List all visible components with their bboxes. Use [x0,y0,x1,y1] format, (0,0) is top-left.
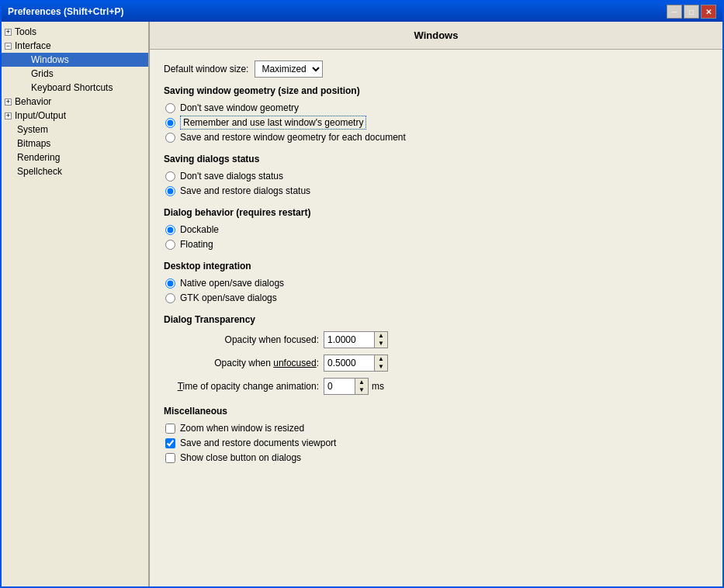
sidebar-item-windows[interactable]: Windows [2,53,148,67]
floating-label: Floating [180,239,213,250]
native-dialogs-label: Native open/save dialogs [180,278,284,289]
panel-title: Windows [150,22,722,50]
opacity-unfocused-label: Opacity when unfocused: [164,358,319,368]
sidebar-item-input-output-label: Input/Output [15,110,66,121]
interface-expand-icon[interactable]: − [5,43,12,50]
save-restore-dialogs-radio[interactable] [165,186,175,196]
remember-geo-radio[interactable] [165,118,175,128]
sidebar-item-bitmaps-label: Bitmaps [17,138,50,149]
default-window-size-dropdown[interactable]: Maximized Normal Custom [255,61,323,78]
saving-dialogs-title: Saving dialogs status [164,154,708,164]
tools-expand-icon[interactable]: + [5,29,12,36]
save-restore-geo-radio[interactable] [165,133,175,143]
zoom-resize-checkbox[interactable] [165,424,175,434]
animation-time-suffix: ms [372,381,384,392]
saving-geometry-section: Saving window geometry (size and positio… [164,85,708,143]
sidebar-item-spellcheck[interactable]: Spellcheck [2,164,148,178]
sidebar-item-system-label: System [17,124,48,135]
animation-time-up[interactable]: ▲ [355,379,368,386]
opacity-focused-up[interactable]: ▲ [375,332,387,340]
opacity-unfocused-arrows: ▲ ▼ [374,355,388,372]
floating-radio[interactable] [165,240,175,250]
opacity-unfocused-field[interactable] [324,355,374,372]
gtk-dialogs-row: GTK open/save dialogs [164,292,708,303]
sidebar-item-behavior[interactable]: + Behavior [2,95,148,109]
opacity-unfocused-group: Opacity when unfocused: ▲ ▼ [164,355,708,372]
no-save-dialogs-label: Don't save dialogs status [180,171,283,182]
settings-panel: Windows Default window size: Maximized N… [149,22,722,586]
animation-time-field[interactable] [324,378,355,395]
dockable-radio[interactable] [165,225,175,235]
sidebar-item-input-output[interactable]: + Input/Output [2,109,148,123]
sidebar-item-bitmaps[interactable]: Bitmaps [2,137,148,150]
zoom-resize-label: Zoom when window is resized [180,423,304,434]
no-save-geo-row: Don't save window geometry [164,102,708,113]
dialog-behavior-title: Dialog behavior (requires restart) [164,207,708,218]
window-title: Preferences (Shift+Ctrl+P) [8,6,123,17]
panel-body: Default window size: Maximized Normal Cu… [150,50,722,586]
sidebar-item-rendering[interactable]: Rendering [2,150,148,164]
save-restore-geo-label: Save and restore window geometry for eac… [180,132,406,143]
sidebar-item-keyboard-shortcuts[interactable]: Keyboard Shortcuts [2,81,148,95]
native-dialogs-row: Native open/save dialogs [164,278,708,289]
save-restore-viewport-checkbox[interactable] [165,438,175,448]
opacity-unfocused-down[interactable]: ▼ [375,363,387,371]
titlebar: Preferences (Shift+Ctrl+P) ─ □ ✕ [2,2,722,22]
animation-time-down[interactable]: ▼ [355,386,368,394]
save-restore-dialogs-row: Save and restore dialogs status [164,185,708,196]
native-dialogs-radio[interactable] [165,278,175,289]
animation-time-input: ▲ ▼ [324,378,369,395]
input-output-expand-icon[interactable]: + [5,112,12,119]
close-button[interactable]: ✕ [701,5,716,19]
dialog-transparency-title: Dialog Transparency [164,314,708,325]
behavior-expand-icon[interactable]: + [5,99,12,105]
dockable-row: Dockable [164,224,708,235]
dialog-behavior-section: Dialog behavior (requires restart) Docka… [164,207,708,250]
remember-geo-label: Remember and use last window's geometry [180,117,366,128]
save-restore-geo-row: Save and restore window geometry for eac… [164,132,708,143]
sidebar-item-windows-label: Windows [31,54,69,65]
save-restore-dialogs-label: Save and restore dialogs status [180,185,310,196]
saving-geometry-title: Saving window geometry (size and positio… [164,85,708,96]
no-save-geo-radio[interactable] [165,103,175,113]
opacity-focused-group: Opacity when focused: ▲ ▼ [164,331,708,348]
main-content-area: + Tools − Interface Windows Grids Keyboa… [2,22,722,586]
gtk-dialogs-label: GTK open/save dialogs [180,292,277,303]
no-save-geo-label: Don't save window geometry [180,102,299,113]
minimize-button[interactable]: ─ [667,5,682,19]
close-btn-dialogs-label: Show close button on dialogs [180,452,301,463]
sidebar: + Tools − Interface Windows Grids Keyboa… [2,22,149,586]
default-window-size-label: Default window size: [164,64,248,74]
opacity-unfocused-up[interactable]: ▲ [375,355,387,363]
maximize-button[interactable]: □ [684,5,699,19]
animation-time-group: Time of opacity change animation: ▲ ▼ ms [164,378,708,395]
dialog-transparency-section: Dialog Transparency Opacity when focused… [164,314,708,395]
titlebar-controls: ─ □ ✕ [667,5,716,19]
gtk-dialogs-radio[interactable] [165,293,175,303]
saving-dialogs-section: Saving dialogs status Don't save dialogs… [164,154,708,196]
close-btn-dialogs-checkbox[interactable] [165,453,175,463]
opacity-focused-field[interactable] [324,331,374,348]
floating-row: Floating [164,239,708,250]
no-save-dialogs-row: Don't save dialogs status [164,171,708,182]
miscellaneous-section: Miscellaneous Zoom when window is resize… [164,406,708,463]
sidebar-item-system[interactable]: System [2,123,148,137]
opacity-focused-down[interactable]: ▼ [375,340,387,348]
opacity-unfocused-underline: unfocused [273,358,316,368]
zoom-resize-row: Zoom when window is resized [164,423,708,434]
no-save-dialogs-radio[interactable] [165,171,175,182]
remember-geo-text: Remember and use last window's geometry [180,116,366,130]
sidebar-item-tools-label: Tools [15,26,36,37]
sidebar-item-grids[interactable]: Grids [2,67,148,81]
animation-time-underline: T [178,381,183,392]
sidebar-item-tools[interactable]: + Tools [2,25,148,39]
remember-geo-row: Remember and use last window's geometry [164,117,708,128]
desktop-integration-section: Desktop integration Native open/save dia… [164,261,708,303]
sidebar-item-grids-label: Grids [31,68,54,79]
sidebar-item-keyboard-shortcuts-label: Keyboard Shortcuts [31,82,113,93]
opacity-focused-arrows: ▲ ▼ [374,331,388,348]
preferences-window: Preferences (Shift+Ctrl+P) ─ □ ✕ + Tools… [0,0,724,588]
sidebar-item-interface[interactable]: − Interface [2,39,148,53]
sidebar-item-spellcheck-label: Spellcheck [17,166,62,177]
sidebar-item-behavior-label: Behavior [15,96,51,107]
